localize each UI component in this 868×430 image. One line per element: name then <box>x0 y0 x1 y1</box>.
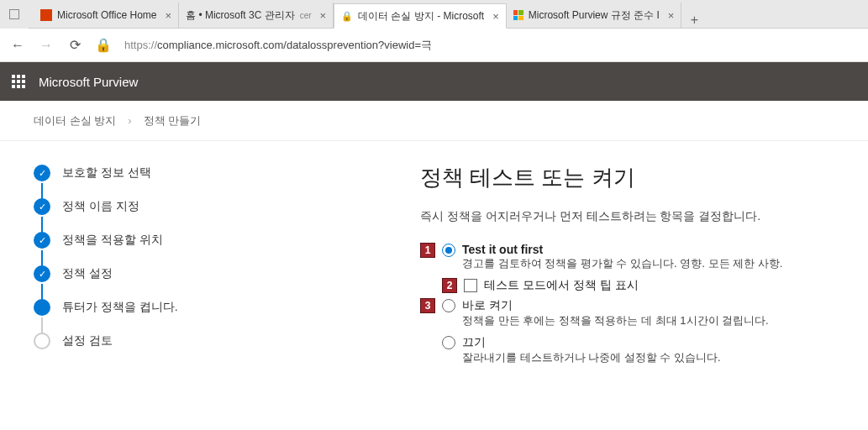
url-text: compliance.microsoft.com/datalossprevent… <box>157 39 432 51</box>
wizard-step[interactable]: 보호할 정보 선택 <box>34 165 353 198</box>
wizard-step-current[interactable]: 튜터가 정책을 켭니다. <box>34 299 353 333</box>
app-header: Microsoft Purview <box>0 62 868 101</box>
step-done-icon <box>34 265 50 282</box>
option-label: Test it out first <box>462 243 834 256</box>
step-done-icon <box>34 198 50 215</box>
main-content: 보호할 정보 선택 정책 이름 지정 정책을 적용할 위치 정책 설정 튜터가 … <box>0 141 868 430</box>
url-protocol: https:// <box>124 39 157 51</box>
option-show-tips: 2 테스트 모드에서 정책 팁 표시 <box>442 278 834 293</box>
breadcrumb: 데이터 손실 방지 › 정책 만들기 <box>0 101 868 141</box>
radio-turn-off[interactable] <box>442 336 455 349</box>
option-sub: 경고를 검토하여 정책을 평가할 수 있습니다. 영향. 모든 제한 사항. <box>462 256 834 271</box>
step-done-icon <box>34 232 50 249</box>
step-done-icon <box>34 165 50 181</box>
chevron-right-icon: › <box>128 114 131 127</box>
breadcrumb-root[interactable]: 데이터 손실 방지 <box>34 113 116 128</box>
option-turn-off: 끄기 잘라내기를 테스트하거나 나중에 설정할 수 있습니다. <box>442 335 834 365</box>
office-icon <box>40 9 52 21</box>
app-launcher-icon[interactable] <box>12 75 25 88</box>
tab-sidebar-toggle[interactable] <box>0 0 29 29</box>
browser-tab-2[interactable]: 홈 • Microsoft 3C 관리자 cer × <box>179 3 334 28</box>
option-turn-on: 3 바로 켜기 정책을 만든 후에는 정책을 적용하는 데 최대 1시간이 걸립… <box>420 298 834 328</box>
lock-icon: 🔒 <box>341 11 353 22</box>
close-icon[interactable]: × <box>668 9 675 22</box>
step-label: 설정 검토 <box>62 333 113 349</box>
browser-tab-strip: Microsoft Office Home × 홈 • Microsoft 3C… <box>0 0 868 29</box>
step-pending-icon <box>34 333 50 349</box>
option-sub: 잘라내기를 테스트하거나 나중에 설정할 수 있습니다. <box>462 350 834 365</box>
radio-turn-on[interactable] <box>442 299 455 312</box>
close-icon[interactable]: × <box>492 10 499 23</box>
step-label: 정책 설정 <box>62 266 113 281</box>
close-icon[interactable]: × <box>320 9 327 22</box>
tab-label: Microsoft Office Home <box>57 9 156 21</box>
option-label: 바로 켜기 <box>462 298 834 313</box>
forward-icon[interactable]: → <box>39 38 54 53</box>
wizard-panel: 정책 테스트 또는 켜기 즉시 정책을 어지러우거나 먼저 테스트하려는 항목을… <box>387 141 868 430</box>
url-field[interactable]: https://compliance.microsoft.com/datalos… <box>124 38 858 53</box>
tab-label: 데이터 손실 방지 - Microsoft <box>358 9 484 24</box>
wizard-step[interactable]: 설정 검토 <box>34 333 353 366</box>
option-test-first: 1 Test it out first 경고를 검토하여 정책을 평가할 수 있… <box>420 243 834 271</box>
breadcrumb-current: 정책 만들기 <box>144 113 202 128</box>
callout-badge-1: 1 <box>420 243 435 258</box>
product-name: Microsoft Purview <box>39 75 138 89</box>
close-icon[interactable]: × <box>165 9 171 22</box>
browser-tab-4[interactable]: Microsoft Purview 규정 준수 I × <box>507 3 682 28</box>
wizard-step[interactable]: 정책을 적용할 위치 <box>34 232 353 265</box>
callout-badge-2: 2 <box>442 278 457 293</box>
wizard-step[interactable]: 정책 이름 지정 <box>34 198 353 232</box>
option-sub: 정책을 만든 후에는 정책을 적용하는 데 최대 1시간이 걸립니다. <box>462 313 834 328</box>
page-title: 정책 테스트 또는 켜기 <box>420 163 834 192</box>
radio-test-first[interactable] <box>442 244 455 257</box>
site-info-icon[interactable]: 🔒 <box>96 37 111 53</box>
option-label: 끄기 <box>462 335 834 350</box>
step-label: 보호할 정보 선택 <box>62 165 151 181</box>
page-description: 즉시 정책을 어지러우거나 먼저 테스트하려는 항목을 결정합니다. <box>420 209 834 224</box>
wizard-steps: 보호할 정보 선택 정책 이름 지정 정책을 적용할 위치 정책 설정 튜터가 … <box>0 141 387 430</box>
browser-tab-1[interactable]: Microsoft Office Home × <box>34 3 179 28</box>
back-icon[interactable]: ← <box>10 38 25 53</box>
address-bar: ← → ⟳ 🔒 https://compliance.microsoft.com… <box>0 29 868 62</box>
callout-badge-3: 3 <box>420 298 435 313</box>
new-tab-button[interactable]: + <box>681 13 707 28</box>
tab-label: Microsoft Purview 규정 준수 I <box>529 8 660 23</box>
step-label: 튜터가 정책을 켭니다. <box>62 300 178 315</box>
refresh-icon[interactable]: ⟳ <box>67 37 82 53</box>
microsoft-icon <box>513 10 523 20</box>
browser-tab-3[interactable]: 🔒 데이터 손실 방지 - Microsoft × <box>334 3 507 29</box>
tab-label: 홈 • Microsoft 3C 관리자 <box>186 8 295 23</box>
step-label: 정책 이름 지정 <box>62 199 139 214</box>
checkbox-show-policy-tips[interactable] <box>464 279 477 292</box>
option-label: 테스트 모드에서 정책 팁 표시 <box>484 278 834 293</box>
step-current-icon <box>34 299 50 316</box>
wizard-step[interactable]: 정책 설정 <box>34 265 353 299</box>
step-label: 정책을 적용할 위치 <box>62 233 163 248</box>
tab-suffix: cer <box>300 11 312 20</box>
